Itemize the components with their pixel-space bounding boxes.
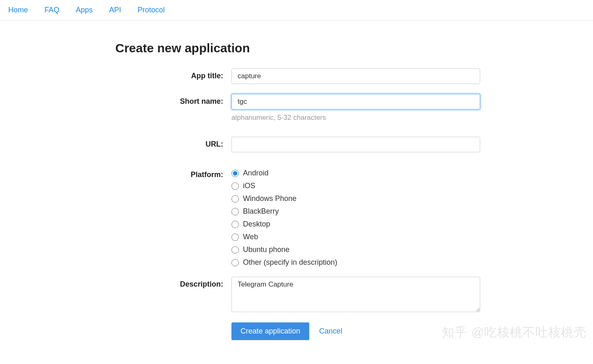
radio-label-blackberry: BlackBerry	[243, 207, 279, 216]
nav-protocol[interactable]: Protocol	[138, 6, 165, 14]
radio-label-desktop: Desktop	[243, 220, 270, 229]
nav-home[interactable]: Home	[8, 6, 28, 14]
nav-apps[interactable]: Apps	[76, 6, 93, 14]
radio-input-blackberry[interactable]	[231, 208, 239, 215]
radio-blackberry[interactable]: BlackBerry	[231, 207, 480, 216]
radio-input-android[interactable]	[231, 170, 239, 177]
main-container: Create new application App title: Short …	[115, 41, 502, 340]
radio-input-ubuntu-phone[interactable]	[231, 246, 239, 254]
label-app-title: App title:	[115, 68, 231, 80]
platform-radio-group: Android iOS Windows Phone BlackBerry Des…	[231, 167, 480, 267]
label-short-name: Short name:	[115, 94, 231, 106]
row-description: Description: Create application Cancel	[115, 277, 502, 340]
row-platform: Platform: Android iOS Windows Phone Blac…	[115, 167, 502, 267]
row-app-title: App title:	[115, 68, 502, 84]
button-row: Create application Cancel	[231, 322, 480, 340]
create-application-button[interactable]: Create application	[231, 322, 309, 340]
input-app-title[interactable]	[231, 68, 480, 84]
radio-label-android: Android	[243, 169, 268, 177]
radio-desktop[interactable]: Desktop	[231, 220, 480, 229]
cancel-button[interactable]: Cancel	[319, 327, 342, 336]
top-nav: Home FAQ Apps API Protocol	[0, 0, 593, 21]
input-url[interactable]	[231, 137, 480, 152]
help-short-name: alphanumeric, 5-32 characters	[231, 114, 480, 122]
label-url: URL:	[115, 137, 231, 149]
radio-label-ubuntu-phone: Ubuntu phone	[243, 245, 289, 254]
radio-input-ios[interactable]	[231, 182, 239, 190]
radio-ios[interactable]: iOS	[231, 182, 480, 190]
input-short-name[interactable]	[231, 94, 480, 110]
radio-label-other: Other (specify in description)	[243, 258, 337, 267]
radio-other[interactable]: Other (specify in description)	[231, 258, 480, 267]
label-description: Description:	[115, 277, 231, 289]
row-short-name: Short name: alphanumeric, 5-32 character…	[115, 94, 502, 122]
radio-label-web: Web	[243, 233, 258, 241]
row-url: URL:	[115, 137, 502, 152]
textarea-description[interactable]	[231, 277, 480, 312]
radio-input-web[interactable]	[231, 233, 239, 241]
nav-faq[interactable]: FAQ	[44, 6, 59, 14]
radio-ubuntu-phone[interactable]: Ubuntu phone	[231, 245, 480, 254]
label-platform: Platform:	[115, 167, 231, 179]
radio-web[interactable]: Web	[231, 233, 480, 241]
nav-api[interactable]: API	[109, 6, 121, 14]
radio-input-desktop[interactable]	[231, 221, 239, 228]
page-title: Create new application	[115, 41, 502, 55]
radio-input-windows-phone[interactable]	[231, 195, 239, 203]
radio-label-windows-phone: Windows Phone	[243, 194, 296, 203]
radio-android[interactable]: Android	[231, 169, 480, 177]
radio-label-ios: iOS	[243, 182, 255, 190]
radio-input-other[interactable]	[231, 259, 239, 266]
radio-windows-phone[interactable]: Windows Phone	[231, 194, 480, 203]
